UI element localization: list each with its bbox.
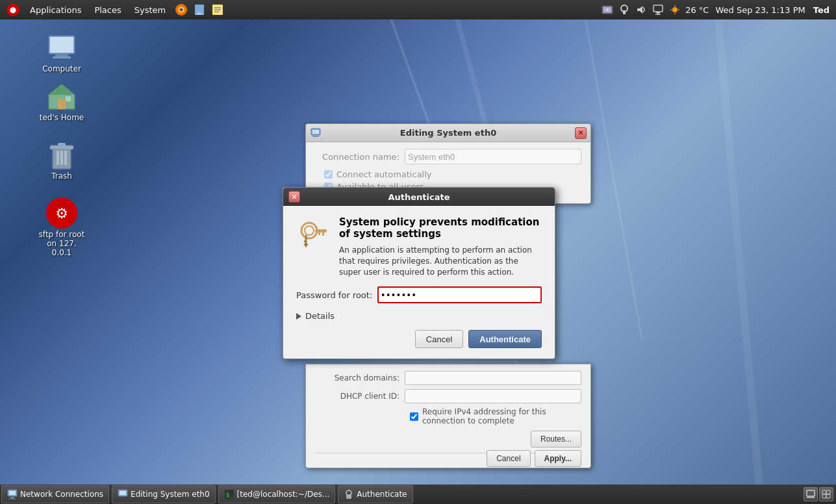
svg-rect-15 <box>653 5 663 12</box>
weather-icon <box>668 3 681 16</box>
bookmark-icon[interactable] <box>190 0 209 19</box>
svg-point-2 <box>180 8 183 11</box>
details-row[interactable]: Details <box>296 311 542 321</box>
svg-rect-63 <box>822 494 826 498</box>
authenticate-description: An application is attempting to perform … <box>339 245 542 277</box>
edit-eth0-titlebar: Editing System eth0 ✕ <box>306 124 590 142</box>
taskbar-top: ● Applications Places System <box>0 0 836 19</box>
svg-rect-13 <box>623 10 626 14</box>
desktop-icon-trash[interactable]: Trash <box>36 136 88 183</box>
svg-point-42 <box>305 226 314 235</box>
svg-marker-29 <box>49 84 75 95</box>
connection-name-input[interactable] <box>405 149 581 164</box>
terminal-task-icon: $_ <box>224 489 234 499</box>
edit-eth0-lower: Search domains: DHCP client ID: Require … <box>305 364 591 468</box>
text-editor-icon[interactable] <box>209 0 227 19</box>
system-menu[interactable]: System <box>128 0 172 19</box>
edit-eth0-close[interactable]: ✕ <box>575 127 587 139</box>
connect-auto-checkbox[interactable] <box>324 170 333 179</box>
svg-rect-59 <box>807 490 815 496</box>
dialog-authenticate: ✕ Authenticate System p <box>283 187 555 359</box>
keyring-icon[interactable] <box>618 3 631 16</box>
svg-rect-34 <box>60 151 63 165</box>
applications-menu[interactable]: Applications <box>23 0 88 19</box>
svg-rect-48 <box>304 240 306 242</box>
svg-rect-58 <box>346 494 351 499</box>
places-menu[interactable]: Places <box>88 0 127 19</box>
lower-apply-button[interactable]: Apply... <box>535 450 581 467</box>
svg-rect-64 <box>826 494 830 498</box>
routes-button[interactable]: Routes... <box>531 431 581 447</box>
task-network-connections[interactable]: Network Connections <box>1 485 109 503</box>
cancel-button[interactable]: Cancel <box>415 330 463 348</box>
search-domains-input[interactable] <box>405 371 581 385</box>
svg-rect-27 <box>53 57 71 58</box>
trash-label: Trash <box>51 171 72 181</box>
taskbar-bottom: Network Connections Editing System eth0 … <box>0 485 836 504</box>
computer-icon <box>46 32 77 63</box>
svg-rect-39 <box>312 130 319 134</box>
system-tray: 26 °C Wed Sep 23, 1:13 PM Ted <box>601 3 836 16</box>
desktop-icon-sftp[interactable]: ⚙ sftp for root on 127. 0.0.1 <box>36 195 88 260</box>
lock-task-icon <box>344 489 354 499</box>
username-display: Ted <box>813 5 830 15</box>
task-terminal[interactable]: $_ [ted@localhost:~/Des... <box>218 485 336 503</box>
dhcp-client-label: DHCP client ID: <box>315 392 399 401</box>
edit-eth0-title: Editing System eth0 <box>325 128 571 138</box>
authenticate-task-label: Authenticate <box>357 490 407 499</box>
svg-rect-50 <box>9 491 16 495</box>
svg-rect-37 <box>58 143 66 147</box>
svg-rect-61 <box>822 490 826 494</box>
svg-rect-62 <box>826 490 830 494</box>
redhat-icon: ● <box>6 3 19 16</box>
volume-icon[interactable] <box>635 3 648 16</box>
svg-rect-47 <box>304 244 308 246</box>
dhcp-client-input[interactable] <box>405 389 581 403</box>
network-connections-label: Network Connections <box>20 490 103 499</box>
network-tray-icon[interactable] <box>652 3 665 16</box>
terminal-label: [ted@localhost:~/Des... <box>237 490 330 499</box>
temperature-display: 26 °C <box>685 5 709 15</box>
password-input[interactable] <box>377 286 542 303</box>
svg-rect-35 <box>64 151 67 165</box>
svg-marker-14 <box>637 6 642 14</box>
show-desktop-btn[interactable] <box>804 487 818 501</box>
keys-icon <box>296 216 330 250</box>
home-label: ted's Home <box>40 113 84 122</box>
svg-rect-43 <box>315 229 327 233</box>
svg-rect-44 <box>322 233 324 236</box>
svg-point-11 <box>606 8 609 11</box>
svg-rect-45 <box>318 233 320 235</box>
authenticate-button[interactable]: Authenticate <box>468 330 542 348</box>
window-icon <box>310 127 322 139</box>
firefox-icon[interactable] <box>172 0 190 19</box>
sftp-label: sftp for root on 127. 0.0.1 <box>38 230 85 257</box>
svg-rect-25 <box>50 37 73 53</box>
authenticate-heading: System policy prevents modification of s… <box>339 216 542 240</box>
desktop-icon-computer[interactable]: Computer <box>36 29 88 76</box>
lower-cancel-button[interactable]: Cancel <box>487 450 530 467</box>
computer-label: Computer <box>42 64 81 73</box>
require-ipv4-checkbox[interactable] <box>410 412 418 421</box>
authenticate-close[interactable]: ✕ <box>288 191 300 203</box>
authenticate-body: System policy prevents modification of s… <box>283 206 555 359</box>
trash-icon <box>46 139 77 170</box>
desktop-icon-home[interactable]: ted's Home <box>36 78 88 125</box>
svg-rect-33 <box>57 151 59 165</box>
svg-point-19 <box>672 7 678 12</box>
editing-eth0-label: Editing System eth0 <box>131 490 210 499</box>
task-editing-eth0[interactable]: Editing System eth0 <box>112 485 216 503</box>
password-label: Password for root: <box>296 290 372 300</box>
svg-rect-16 <box>656 12 660 13</box>
show-windows-btn[interactable] <box>819 487 833 501</box>
screenshot-icon[interactable] <box>601 3 614 16</box>
datetime-display: Wed Sep 23, 1:13 PM <box>715 5 805 15</box>
edit-eth0-task-icon <box>118 489 128 499</box>
sftp-icon: ⚙ <box>46 197 77 229</box>
authenticate-title: Authenticate <box>300 192 538 202</box>
svg-rect-31 <box>66 96 71 101</box>
require-ipv4-label: Require IPv4 addressing for this connect… <box>422 407 581 425</box>
home-icon <box>46 81 77 112</box>
svg-text:$_: $_ <box>226 492 233 498</box>
task-authenticate[interactable]: Authenticate <box>338 485 412 503</box>
